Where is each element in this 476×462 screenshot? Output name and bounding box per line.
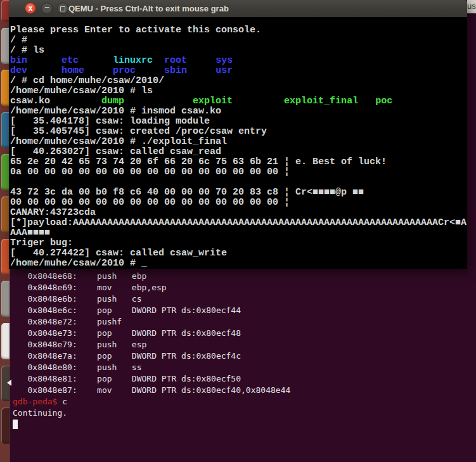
console-text-segment: [ 35.405745] csaw: created /proc/csaw en… bbox=[10, 126, 267, 137]
maximize-button[interactable] bbox=[57, 3, 68, 14]
console-text-segment: usr bbox=[215, 65, 233, 76]
qemu-window: x − QEMU - Press Ctrl-Alt to exit mouse … bbox=[9, 0, 467, 269]
console-text-segment: Triger bug: bbox=[10, 238, 73, 248]
console-text-segment: [*]payload:AAAAAAAAAAAAAAAAAAAAAAAAAAAAA… bbox=[10, 217, 466, 228]
console-text-segment bbox=[153, 55, 164, 66]
disassembly-line: 0x8048e7a: pop DWORD PTR ds:0x80ecf4c bbox=[13, 350, 476, 362]
gdb-prompt-line[interactable]: gdb-peda$ c bbox=[13, 396, 476, 407]
console-text-segment bbox=[136, 65, 164, 76]
disassembly-line: 0x8048e80: push ss bbox=[13, 362, 476, 373]
console-text-segment: _ bbox=[141, 258, 147, 269]
console-line: [ 35.405745] csaw: created /proc/csaw en… bbox=[10, 127, 467, 137]
console-text-segment bbox=[27, 65, 61, 76]
unity-launcher bbox=[0, 0, 10, 462]
minimize-button[interactable]: − bbox=[41, 3, 53, 14]
console-line bbox=[10, 177, 467, 188]
console-text-segment: [ 40.274422] csaw: called csaw_write bbox=[10, 248, 227, 259]
console-text-segment bbox=[187, 65, 215, 76]
desktop: 0x8048e68: push ebp 0x8048e69: mov ebp,e… bbox=[0, 0, 476, 462]
console-text-segment: home bbox=[61, 65, 84, 76]
qemu-titlebar[interactable]: x − QEMU - Press Ctrl-Alt to exit mouse … bbox=[9, 0, 467, 18]
console-text-segment: bin bbox=[10, 55, 27, 66]
qemu-console[interactable]: Please press Enter to activate this cons… bbox=[9, 17, 467, 269]
console-text-segment bbox=[27, 55, 61, 66]
disassembly-line: 0x8048e69: mov ebp,esp bbox=[13, 282, 476, 293]
console-line: /home/muhe/csaw/2010 # ls bbox=[10, 86, 467, 96]
console-text-segment: sys bbox=[215, 55, 233, 66]
gdb-output-area: 0x8048e68: push ebp 0x8048e69: mov ebp,e… bbox=[10, 269, 476, 462]
background-window-fragment[interactable]: usy bbox=[467, 0, 476, 13]
disassembly-line: 0x8048e6b: push cs bbox=[13, 293, 476, 305]
gdb-command: c bbox=[62, 397, 67, 406]
console-line: csaw.ko dump exploit exploit_final poc bbox=[10, 96, 467, 106]
console-line: / # bbox=[10, 35, 467, 46]
console-text-segment bbox=[187, 55, 215, 66]
gdb-cursor-line bbox=[13, 419, 476, 430]
console-line: [ 40.263027] csaw: called csaw_read bbox=[10, 147, 467, 157]
text-editor-icon[interactable] bbox=[1, 323, 10, 359]
gdb-peda-prompt: gdb-peda$ bbox=[13, 397, 62, 406]
console-text-segment bbox=[124, 96, 193, 106]
console-text-segment: sbin bbox=[164, 65, 187, 76]
console-line: 65 2e 20 42 65 73 74 20 6f 66 20 6c 75 6… bbox=[10, 157, 467, 167]
console-line: /home/muhe/csaw/2010 # ./exploit_final bbox=[10, 137, 467, 147]
console-line: AAA■■■■ bbox=[10, 228, 467, 238]
console-text-segment: 0a 00 00 00 00 00 00 00 00 00 00 00 00 0… bbox=[10, 167, 290, 177]
console-text-segment: exploit bbox=[193, 96, 233, 106]
console-text-segment bbox=[50, 96, 101, 106]
console-line: 43 72 3c da 00 b0 f8 c6 40 00 00 00 70 2… bbox=[10, 188, 467, 198]
console-line: dev home proc sbin usr bbox=[10, 66, 467, 76]
console-text-segment: AAA■■■■ bbox=[10, 228, 50, 238]
console-line: /home/muhe/csaw/2010 # insmod csaw.ko bbox=[10, 106, 467, 117]
console-text-segment: root bbox=[164, 55, 187, 66]
disassembly-line: 0x8048e81: pop DWORD PTR ds:0x80ecf50 bbox=[13, 373, 476, 385]
maximize-icon bbox=[60, 6, 65, 11]
console-text-segment: csaw.ko bbox=[10, 96, 50, 106]
gdb-output-line: Continuing. bbox=[13, 407, 476, 419]
console-line: [ 40.274422] csaw: called csaw_write bbox=[10, 248, 467, 259]
app-darkred-icon[interactable] bbox=[1, 407, 10, 444]
console-text-segment bbox=[233, 96, 284, 106]
console-text-segment: /home/muhe/csaw/2010 # bbox=[10, 258, 141, 269]
console-text-segment: 65 2e 20 42 65 73 74 20 6f 66 20 6c 75 6… bbox=[10, 157, 387, 167]
console-line: CANARY:43723cda bbox=[10, 208, 467, 218]
close-icon: x bbox=[29, 4, 33, 13]
console-text-segment bbox=[79, 55, 113, 66]
console-line: 00 00 00 00 00 00 00 00 00 00 00 00 00 0… bbox=[10, 198, 467, 208]
focused-app-arrow-icon bbox=[7, 380, 11, 386]
minimize-icon: − bbox=[44, 3, 49, 12]
console-text-segment: / # cd home/muhe/csaw/2010/ bbox=[10, 75, 164, 86]
console-text-segment: [ 35.404178] csaw: loading module bbox=[10, 116, 210, 127]
console-text-segment: linuxrc bbox=[113, 55, 153, 66]
console-text-segment: exploit_final bbox=[284, 96, 358, 106]
console-text-segment: poc bbox=[375, 96, 392, 106]
console-text-segment: dev bbox=[10, 65, 27, 76]
console-text-segment: / # bbox=[10, 35, 27, 46]
close-button[interactable]: x bbox=[25, 3, 36, 14]
console-line: 0a 00 00 00 00 00 00 00 00 00 00 00 00 0… bbox=[10, 167, 467, 177]
disassembly-line: 0x8048e6c: pop DWORD PTR ds:0x80ecf44 bbox=[13, 305, 476, 316]
console-text-segment bbox=[358, 96, 375, 106]
console-text-segment: 00 00 00 00 00 00 00 00 00 00 00 00 00 0… bbox=[10, 197, 290, 208]
console-line: [ 35.404178] csaw: loading module bbox=[10, 117, 467, 127]
console-text-segment: dump bbox=[101, 96, 124, 106]
console-text-segment: Please press Enter to activate this cons… bbox=[10, 25, 261, 35]
console-line: / # ls bbox=[10, 46, 467, 56]
console-line: bin etc linuxrc root sys bbox=[10, 56, 467, 66]
disassembly-line: 0x8048e72: pushf bbox=[13, 316, 476, 328]
console-text-segment: proc bbox=[113, 65, 136, 76]
console-text-segment: etc bbox=[61, 55, 79, 66]
disassembly-line: 0x8048e73: pop DWORD PTR ds:0x80ecf48 bbox=[13, 328, 476, 339]
gimp-icon[interactable] bbox=[1, 281, 10, 317]
gdb-disassembly: 0x8048e68: push ebp 0x8048e69: mov ebp,e… bbox=[13, 271, 476, 396]
console-line: [*]payload:AAAAAAAAAAAAAAAAAAAAAAAAAAAAA… bbox=[10, 218, 467, 228]
terminal-cursor bbox=[13, 420, 18, 429]
console-text-segment: /home/muhe/csaw/2010 # ls bbox=[10, 86, 153, 96]
console-text-segment: 43 72 3c da 00 b0 f8 c6 40 00 00 00 70 2… bbox=[10, 187, 364, 198]
console-text-segment: CANARY:43723cda bbox=[10, 207, 96, 218]
console-line: /home/muhe/csaw/2010 # _ bbox=[10, 259, 467, 269]
console-text-segment: /home/muhe/csaw/2010 # insmod csaw.ko bbox=[10, 106, 221, 117]
window-title: QEMU - Press Ctrl-Alt to exit mouse grab bbox=[68, 0, 229, 17]
console-line: / # cd home/muhe/csaw/2010/ bbox=[10, 76, 467, 86]
console-text-segment: [ 40.263027] csaw: called csaw_read bbox=[10, 146, 221, 157]
